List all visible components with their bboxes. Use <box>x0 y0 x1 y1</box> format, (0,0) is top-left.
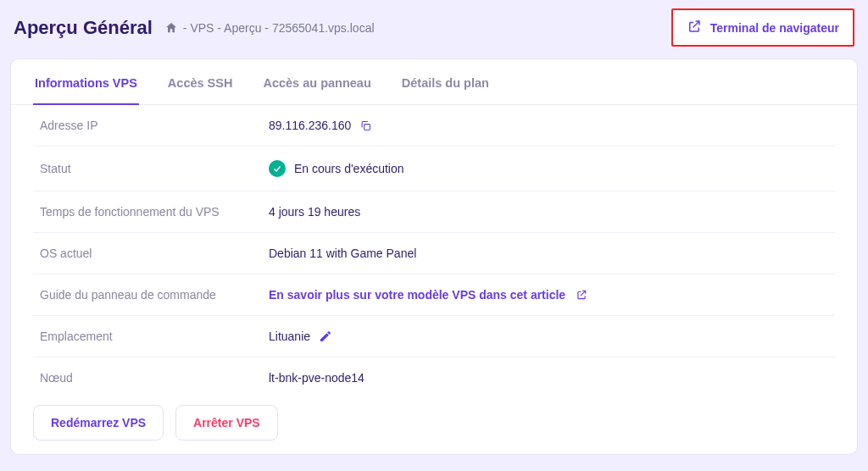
breadcrumb[interactable]: - VPS - Aperçu - 72565041.vps.local <box>164 21 375 35</box>
restart-vps-button[interactable]: Redémarrez VPS <box>33 405 164 441</box>
home-icon <box>164 21 178 35</box>
node-value: lt-bnk-pve-node14 <box>269 371 364 385</box>
page-header: Aperçu Général - VPS - Aperçu - 72565041… <box>10 3 858 58</box>
os-value: Debian 11 with Game Panel <box>269 247 416 260</box>
ip-label: Adresse IP <box>40 119 269 132</box>
location-value: Lituanie <box>269 330 310 343</box>
row-ip: Adresse IP 89.116.236.160 <box>33 105 835 147</box>
actions: Redémarrez VPS Arrêter VPS <box>11 398 857 441</box>
tab-acces-panneau[interactable]: Accès au panneau <box>261 59 372 105</box>
tab-details-plan[interactable]: Détails du plan <box>400 59 491 105</box>
node-label: Nœud <box>40 371 269 385</box>
tab-acces-ssh[interactable]: Accès SSH <box>166 59 235 105</box>
svg-rect-0 <box>364 124 370 130</box>
status-value: En cours d'exécution <box>294 162 404 175</box>
row-status: Statut En cours d'exécution <box>33 147 835 191</box>
header-left: Aperçu Général - VPS - Aperçu - 72565041… <box>14 17 375 39</box>
external-link-icon <box>574 288 587 302</box>
stop-vps-button[interactable]: Arrêter VPS <box>175 405 278 441</box>
uptime-value: 4 jours 19 heures <box>269 205 360 219</box>
guide-label: Guide du panneau de commande <box>40 288 269 302</box>
row-location: Emplacement Lituanie <box>33 316 835 357</box>
uptime-label: Temps de fonctionnement du VPS <box>40 205 269 219</box>
location-label: Emplacement <box>40 330 269 343</box>
check-circle-icon <box>269 160 286 177</box>
tab-informations-vps[interactable]: Informations VPS <box>33 59 139 105</box>
guide-link[interactable]: En savoir plus sur votre modèle VPS dans… <box>269 288 587 302</box>
breadcrumb-text: - VPS - Aperçu - 72565041.vps.local <box>183 21 375 35</box>
os-label: OS actuel <box>40 247 269 260</box>
row-os: OS actuel Debian 11 with Game Panel <box>33 233 835 274</box>
guide-link-text: En savoir plus sur votre modèle VPS dans… <box>269 288 565 302</box>
location-value-container: Lituanie <box>269 330 332 343</box>
page-title: Aperçu Général <box>14 17 153 39</box>
status-label: Statut <box>40 162 269 175</box>
row-guide: Guide du panneau de commande En savoir p… <box>33 274 835 316</box>
ip-value: 89.116.236.160 <box>269 119 351 132</box>
edit-icon[interactable] <box>319 330 332 343</box>
ip-value-container: 89.116.236.160 <box>269 119 372 132</box>
info-rows: Adresse IP 89.116.236.160 Statut En cour… <box>11 105 857 398</box>
row-node: Nœud lt-bnk-pve-node14 <box>33 357 835 398</box>
tabs: Informations VPS Accès SSH Accès au pann… <box>11 59 857 105</box>
info-card: Informations VPS Accès SSH Accès au pann… <box>10 58 858 455</box>
row-uptime: Temps de fonctionnement du VPS 4 jours 1… <box>33 191 835 233</box>
copy-icon[interactable] <box>359 119 372 132</box>
browser-terminal-label: Terminal de navigateur <box>710 21 839 35</box>
external-link-icon <box>687 19 702 36</box>
browser-terminal-button[interactable]: Terminal de navigateur <box>671 8 854 47</box>
status-value-container: En cours d'exécution <box>269 160 404 177</box>
